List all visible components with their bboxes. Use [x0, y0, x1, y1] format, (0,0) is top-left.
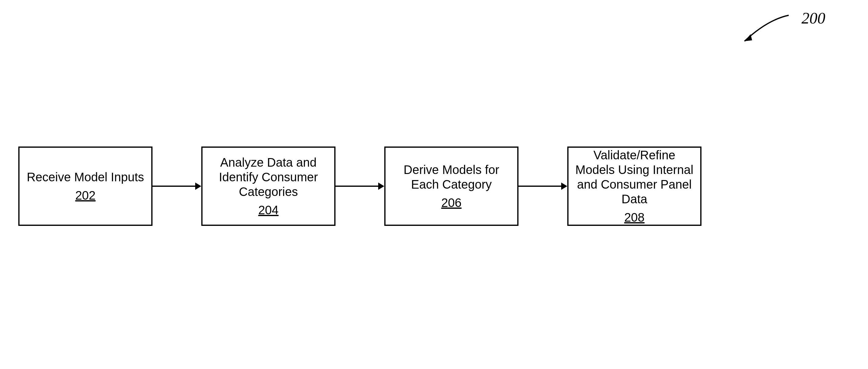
step-number: 202	[75, 188, 96, 203]
step-box-1: Receive Model Inputs 202	[18, 146, 153, 226]
step-box-2: Analyze Data and Identify Consumer Categ…	[201, 146, 336, 226]
step-label: Validate/Refine Models Using Internal an…	[575, 148, 694, 206]
flowchart: Receive Model Inputs 202 Analyze Data an…	[18, 146, 702, 226]
step-number: 208	[624, 210, 645, 225]
step-number: 206	[441, 195, 462, 210]
svg-marker-1	[195, 182, 201, 190]
arrow-icon	[153, 180, 201, 192]
step-box-3: Derive Models for Each Category 206	[384, 146, 519, 226]
figure-pointer-arrow-icon	[737, 12, 792, 49]
step-number: 204	[258, 203, 279, 217]
step-box-4: Validate/Refine Models Using Internal an…	[567, 146, 702, 226]
arrow-icon	[519, 180, 567, 192]
svg-marker-3	[378, 182, 384, 190]
figure-number-label: 200	[802, 9, 825, 27]
svg-marker-5	[561, 182, 567, 190]
step-label: Analyze Data and Identify Consumer Categ…	[209, 155, 328, 199]
arrow-icon	[336, 180, 384, 192]
step-label: Derive Models for Each Category	[392, 162, 511, 192]
step-label: Receive Model Inputs	[27, 170, 144, 184]
